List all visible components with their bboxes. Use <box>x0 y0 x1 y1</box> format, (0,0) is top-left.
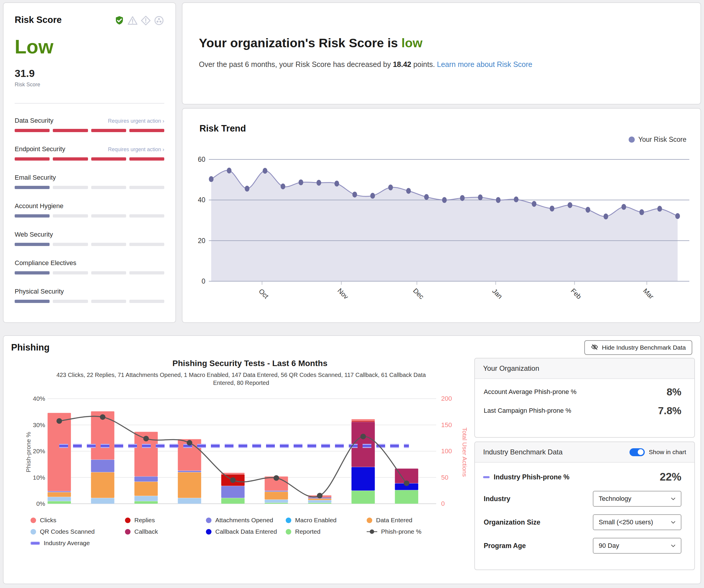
score-bar-segment <box>53 157 88 161</box>
select-value: Small (<250 users) <box>599 519 653 526</box>
score-bar-segment <box>129 157 164 161</box>
score-bar-segment <box>15 129 50 132</box>
legend-item-reported[interactable]: Reported <box>286 528 367 535</box>
svg-text:Feb: Feb <box>569 287 583 300</box>
svg-text:Jan: Jan <box>491 287 504 300</box>
category-label: Compliance Electives <box>15 259 76 267</box>
score-bar-segment <box>91 129 126 132</box>
stat-value: 7.8% <box>658 405 682 417</box>
hide-benchmark-label: Hide Industry Benchmark Data <box>602 344 686 351</box>
hide-industry-benchmark-button[interactable]: Hide Industry Benchmark Data <box>584 340 692 355</box>
triangle-alert-icon <box>127 15 138 27</box>
phishing-chart-block: Phishing Security Tests - Last 6 Months … <box>9 359 473 547</box>
legend-dot-icon <box>629 137 635 143</box>
legend-label: Callback <box>134 528 158 535</box>
show-in-chart-label: Show in chart <box>649 448 686 456</box>
organization-size-select[interactable]: Small (<250 users) <box>593 514 682 530</box>
category-label: Email Security <box>15 174 56 181</box>
legend-label: Replies <box>134 517 155 524</box>
score-bar-segment <box>129 186 164 189</box>
legend-item-macro[interactable]: Macro Enabled <box>286 517 367 524</box>
category-label: Endpoint Security <box>15 145 65 153</box>
stat-value: 8% <box>666 386 682 398</box>
chevron-down-icon <box>670 519 676 525</box>
industry-phish-prone-row: Industry Phish-prone % 22% <box>475 463 694 483</box>
industry-phish-prone-label: Industry Phish-prone % <box>494 473 569 481</box>
org-stat-row: Account Average Phish-prone % 8% <box>475 379 694 398</box>
legend-item-replies[interactable]: Replies <box>125 517 206 524</box>
legend-item-data_entered[interactable]: Data Entered <box>367 517 473 524</box>
program-age-field-row: Program Age 90 Day <box>475 538 694 554</box>
phishing-chart-legend: ClicksRepliesAttachments OpenedMacro Ena… <box>31 517 473 547</box>
diamond-alert-icon <box>140 15 151 27</box>
category-label: Data Security <box>15 117 53 124</box>
biohazard-icon <box>154 15 164 27</box>
score-bar-segment <box>91 214 126 218</box>
legend-item-phish_line[interactable]: Phish-prone % <box>367 528 473 535</box>
legend-item-clicks[interactable]: Clicks <box>31 517 125 524</box>
industry-phish-prone-value: 22% <box>660 471 682 483</box>
svg-text:Total User Actions: Total User Actions <box>461 427 468 477</box>
svg-text:0: 0 <box>441 500 445 507</box>
svg-text:Mar: Mar <box>642 287 656 301</box>
category-row-physical-security: Physical Security <box>15 288 164 303</box>
legend-label: Clicks <box>40 517 56 524</box>
svg-text:10%: 10% <box>33 474 45 481</box>
legend-label: Your Risk Score <box>638 136 687 144</box>
svg-text:150: 150 <box>441 421 452 429</box>
clicks-legend-dot-icon <box>31 518 36 523</box>
show-in-chart-toggle[interactable] <box>630 448 645 456</box>
legend-item-qr[interactable]: QR Codes Scanned <box>31 528 125 535</box>
legend-label: Reported <box>295 528 320 535</box>
eye-off-icon <box>591 343 598 352</box>
risk-score-card: Risk Score Low 31.9 Risk Score Data Secu… <box>3 2 176 323</box>
learn-more-link[interactable]: Learn more about Risk Score <box>437 60 532 68</box>
score-bar-segment <box>53 129 88 132</box>
reported-legend-dot-icon <box>286 529 291 535</box>
legend-item-industry[interactable]: Industry Average <box>31 540 125 547</box>
svg-text:30%: 30% <box>33 422 45 428</box>
legend-item-callback_data[interactable]: Callback Data Entered <box>206 528 286 535</box>
legend-label: Phish-prone % <box>381 528 421 535</box>
category-row-endpoint-security: Endpoint Security Requires urgent action… <box>15 145 164 161</box>
risk-summary-card: Your organization's Risk Score is low Ov… <box>182 2 701 105</box>
score-bar-segment <box>15 214 50 218</box>
industry-select[interactable]: Technology <box>593 491 682 507</box>
score-bar-segment <box>91 271 126 274</box>
summary-body: Over the past 6 months, your Risk Score … <box>199 60 683 69</box>
industry-benchmark-card: Industry Benchmark Data Show in chart In… <box>474 441 695 570</box>
toggle-knob <box>638 449 644 455</box>
points-value: 18.42 <box>393 60 411 68</box>
category-bars <box>15 300 164 303</box>
category-label: Account Hygiene <box>15 202 63 210</box>
attachments-legend-dot-icon <box>206 518 212 523</box>
score-bar-segment <box>15 157 50 161</box>
svg-text:Oct: Oct <box>257 287 270 300</box>
legend-item-callback[interactable]: Callback <box>125 528 206 535</box>
requires-urgent-action-link[interactable]: Requires urgent action › <box>108 147 164 153</box>
category-row-compliance-electives: Compliance Electives <box>15 259 164 274</box>
score-bar-segment <box>129 271 164 274</box>
industry-benchmark-title: Industry Benchmark Data <box>483 448 563 456</box>
score-bar-segment <box>53 186 88 189</box>
svg-text:Phish-prone %: Phish-prone % <box>25 432 32 472</box>
divider <box>15 103 164 104</box>
risk-trend-legend[interactable]: Your Risk Score <box>629 136 687 144</box>
svg-text:50: 50 <box>441 474 448 481</box>
stat-label: Account Average Phish-prone % <box>484 388 576 396</box>
legend-label: Industry Average <box>44 540 90 547</box>
legend-item-attachments[interactable]: Attachments Opened <box>206 517 286 524</box>
field-label: Organization Size <box>484 519 540 526</box>
legend-label: Macro Enabled <box>295 517 337 524</box>
qr-legend-dot-icon <box>31 529 36 535</box>
category-bars <box>15 186 164 189</box>
callback_data-legend-dot-icon <box>206 529 212 535</box>
score-bar-segment <box>91 186 126 189</box>
svg-text:Nov: Nov <box>336 287 350 301</box>
requires-urgent-action-link[interactable]: Requires urgent action › <box>108 118 164 124</box>
industry-average-dash-icon <box>31 542 40 545</box>
category-row-data-security: Data Security Requires urgent action › <box>15 117 164 132</box>
score-bar-segment <box>129 243 164 246</box>
program-age-select[interactable]: 90 Day <box>593 538 682 554</box>
category-bars <box>15 129 164 132</box>
